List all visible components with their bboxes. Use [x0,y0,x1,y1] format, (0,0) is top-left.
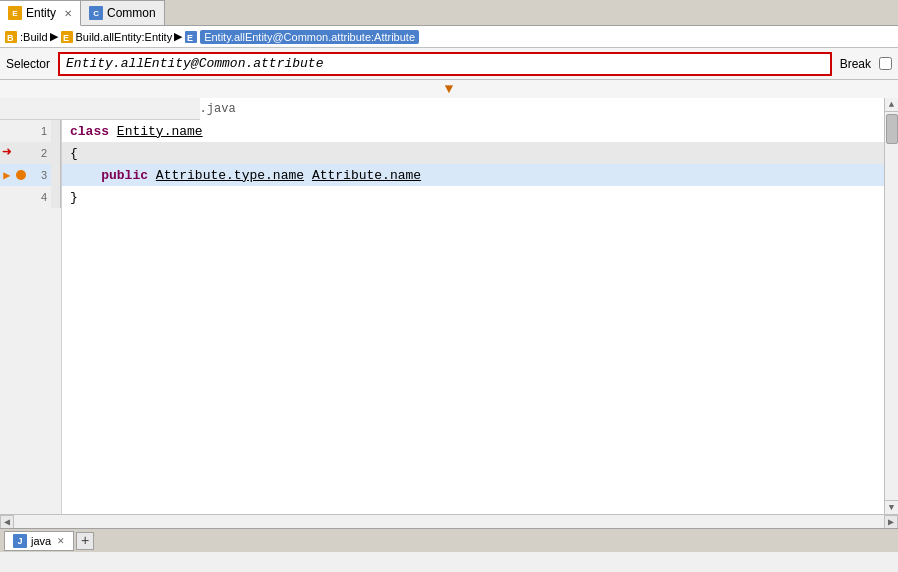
code-brace-close: } [70,190,78,205]
breadcrumb-sep-1: ▶ [50,30,58,43]
sep-col-4 [51,186,61,208]
code-line-3: public Attribute.type.name Attribute.nam… [62,164,884,186]
linenum-2: 2 [28,147,52,159]
tab-entity[interactable]: E Entity ✕ [0,0,81,26]
bottom-tab-java[interactable]: J java ✕ [4,531,74,551]
svg-text:E: E [187,33,193,43]
sep-col-3 [51,164,61,186]
bottom-tab-java-close[interactable]: ✕ [57,536,65,546]
breadcrumb-attribute: Entity.allEntity@Common.attribute:Attrib… [200,30,419,44]
red-arrow-icon: ➜ [2,145,12,161]
keyword-public: public [70,168,148,183]
breadcrumb-build: :Build [20,31,48,43]
entity-bc-icon-2: E [184,30,198,44]
bottom-tab-bar: J java ✕ + [0,528,898,552]
arrow-down-icon: ▼ [445,81,453,97]
line-gutter: 1 ➜ 2 ▶ 3 [0,98,62,514]
selector-label: Selector [6,57,50,71]
selector-input[interactable] [58,52,832,76]
vscrollbar[interactable]: ▲ ▼ [884,98,898,514]
arrow-indicator: ▼ [0,80,898,98]
code-line-1: class Entity.name [62,120,884,142]
hscrollbar[interactable]: ◀ ▶ [0,514,898,528]
vscroll-down[interactable]: ▼ [885,500,899,514]
tab-entity-label: Entity [26,6,56,20]
tab-common[interactable]: C Common [81,0,165,25]
tab-entity-close[interactable]: ✕ [64,8,72,19]
code-line-4: } [62,186,884,208]
gutter-row-1: 1 [0,120,61,142]
tab-common-label: Common [107,6,156,20]
break-checkbox[interactable] [879,57,892,70]
arrow-col-3: ▶ [0,168,14,183]
java-icon: J [13,534,27,548]
code-space-1 [148,168,156,183]
sep-col-1 [51,120,61,142]
editor-body: 1 ➜ 2 ▶ 3 [0,98,898,514]
breadcrumb: B :Build ▶ E Build.allEntity:Entity ▶ E … [0,26,898,48]
code-space-2 [304,168,312,183]
code-entity-name-text: Entity.name [117,124,203,139]
vscroll-thumb[interactable] [886,114,898,144]
add-tab-button[interactable]: + [76,532,94,550]
code-attr-type: Attribute.type.name [156,168,304,183]
bottom-tab-java-label: java [31,535,51,547]
hscroll-right[interactable]: ▶ [884,515,898,529]
breakpoint-col-3 [14,170,28,180]
vscroll-up[interactable]: ▲ [885,98,899,112]
common-tab-icon: C [89,6,103,20]
arrow-col-2: ➜ [0,145,14,161]
gutter-row-3: ▶ 3 [0,164,61,186]
code-entity-name [109,124,117,139]
linenum-1: 1 [28,125,52,137]
break-label: Break [840,57,871,71]
linenum-3: 3 [28,169,52,181]
gutter-row-2: ➜ 2 [0,142,61,164]
build-icon: B [4,30,18,44]
tab-bar: E Entity ✕ C Common [0,0,898,26]
code-brace-open: { [70,146,78,161]
sep-col-2 [51,142,61,164]
gutter-row-4: 4 [0,186,61,208]
code-attr-name: Attribute.name [312,168,421,183]
code-area[interactable]: entity/Entity.name.java class Entity.nam… [62,98,884,514]
filename [0,98,200,120]
linenum-4: 4 [28,191,52,203]
selector-bar: Selector Break [0,48,898,80]
breakpoint-circle[interactable] [16,170,26,180]
keyword-class: class [70,124,109,139]
orange-arrow-icon: ▶ [3,168,10,183]
breadcrumb-sep-2: ▶ [174,30,182,43]
hscroll-left[interactable]: ◀ [0,515,14,529]
entity-bc-icon: E [60,30,74,44]
entity-tab-icon: E [8,6,22,20]
svg-text:E: E [63,33,69,43]
svg-text:B: B [7,33,14,43]
breadcrumb-entity: Build.allEntity:Entity [76,31,173,43]
code-line-2: { [62,142,884,164]
editor-container: 1 ➜ 2 ▶ 3 [0,98,898,528]
